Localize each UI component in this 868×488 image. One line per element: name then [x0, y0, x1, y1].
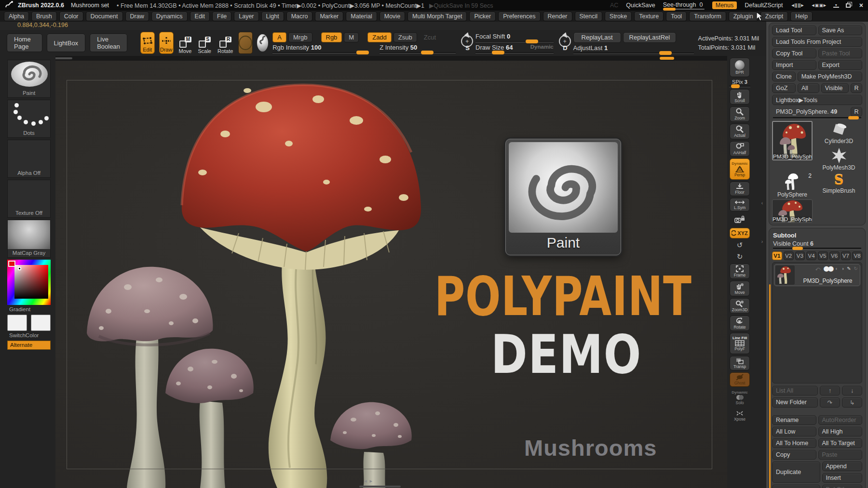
subtool-mask-icon[interactable]: ◑ — [841, 266, 844, 271]
auto-reorder-button[interactable]: AutoReorder — [818, 415, 863, 425]
tab-v1[interactable]: V1 — [772, 251, 782, 260]
zadd-toggle[interactable]: Zadd — [367, 32, 392, 42]
append-button[interactable]: Append — [822, 462, 863, 471]
menu-alpha[interactable]: Alpha — [4, 12, 29, 21]
main-color-swatch[interactable] — [7, 315, 27, 331]
tab-v2[interactable]: V2 — [784, 251, 794, 260]
stroke-type-button[interactable]: + S — [460, 33, 471, 53]
active-tool-slider-handle[interactable] — [848, 116, 859, 119]
tab-v7[interactable]: V7 — [841, 251, 851, 260]
scroll-handle[interactable] — [660, 57, 674, 60]
move-up-button[interactable]: ↑ — [820, 386, 840, 396]
move-button[interactable]: M Move — [178, 32, 193, 54]
scale-button[interactable]: S Scale — [197, 32, 212, 54]
zoom-button[interactable]: Zoom — [730, 106, 750, 122]
tool-thumb-selected[interactable]: PM3D_PolySpher — [772, 121, 813, 160]
menu-macro[interactable]: Macro — [286, 12, 313, 21]
goz-button[interactable]: GoZ — [772, 83, 796, 93]
clone-button[interactable]: Clone — [772, 72, 796, 81]
bpr-button[interactable]: BPR — [730, 58, 750, 77]
actual-button[interactable]: Actual — [730, 124, 750, 139]
z-intensity-slider[interactable]: Z Intensity 50 — [380, 44, 456, 53]
goz-visible-button[interactable]: Visible — [821, 83, 849, 93]
quicksave-button[interactable]: QuickSave — [626, 2, 655, 9]
subtool-eye-icon[interactable]: ⬤⬤ — [824, 265, 833, 272]
gradient-label[interactable]: Gradient — [7, 306, 55, 314]
spin-z-icon[interactable]: ↻ — [730, 252, 750, 262]
dynamic-size-label[interactable]: Dynamic — [530, 44, 554, 51]
import-button[interactable]: Import — [772, 60, 816, 70]
menu-texture[interactable]: Texture — [634, 12, 664, 21]
menu-picker[interactable]: Picker — [469, 12, 496, 21]
save-as-button[interactable]: Save As — [818, 26, 863, 35]
stroke-selector[interactable]: Dots — [7, 100, 51, 138]
canvas-scrollbar[interactable] — [359, 486, 401, 488]
insert-button[interactable]: Insert — [822, 473, 863, 483]
shelf-collapse-icon[interactable]: ‹ — [761, 200, 763, 206]
move-view-button[interactable]: Move — [730, 281, 750, 296]
menu-brush[interactable]: Brush — [31, 12, 57, 21]
polyframe-button[interactable]: Line Fill PolyF — [730, 333, 750, 354]
menu-help[interactable]: Help — [790, 12, 813, 21]
all-high-button[interactable]: All High — [818, 427, 863, 436]
active-tool-slider[interactable] — [773, 117, 861, 119]
document-canvas[interactable]: Paint POLYPAINT DEMO Mushrooms ◂▸ — [55, 61, 727, 488]
default-zscript-button[interactable]: DefaultZScript — [745, 2, 783, 9]
new-folder-button[interactable]: New Folder — [772, 397, 818, 408]
visible-count-slider[interactable]: Visible Count 6 — [772, 240, 862, 247]
floor-button[interactable]: Floor — [730, 182, 750, 196]
color-picker[interactable] — [7, 260, 51, 305]
rotate-button[interactable]: R Rotate — [217, 32, 234, 54]
tool-thumb-cylinder3d[interactable]: Cylinder3D — [815, 121, 862, 145]
all-to-home-button[interactable]: All To Home — [772, 438, 816, 448]
copy-subtool-button[interactable]: Copy — [772, 450, 816, 460]
paste-subtool-button[interactable]: Paste — [818, 450, 863, 460]
curve-mode-button[interactable]: + D — [558, 33, 569, 53]
visible-count-track[interactable] — [773, 248, 861, 250]
menu-tool[interactable]: Tool — [666, 12, 687, 21]
lightbox-button[interactable]: LightBox — [47, 34, 86, 52]
replay-last-rel-button[interactable]: ReplayLastRel — [623, 32, 677, 43]
brush-selector[interactable]: Paint — [7, 60, 51, 98]
menu-light[interactable]: Light — [261, 12, 284, 21]
visible-count-handle[interactable] — [792, 247, 803, 250]
rgb-toggle[interactable]: Rgb — [321, 32, 342, 42]
load-tool-button[interactable]: Load Tool — [772, 26, 816, 35]
draw-size-slider[interactable]: Draw Size 64Dynamic — [475, 44, 554, 53]
menus-button[interactable]: Menus — [712, 1, 737, 9]
menu-stroke[interactable]: Stroke — [605, 12, 632, 21]
spix-handle[interactable] — [731, 84, 740, 88]
move-down-button[interactable]: ↓ — [842, 386, 862, 396]
persp-button[interactable]: Dynamic Persp — [730, 158, 750, 180]
load-tools-from-project-button[interactable]: Load Tools From Project — [772, 37, 862, 47]
tab-v3[interactable]: V3 — [795, 251, 805, 260]
menu-movie[interactable]: Movie — [380, 12, 405, 21]
menu-document[interactable]: Document — [86, 12, 123, 21]
adjust-last-slider[interactable]: AdjustLast 1 — [573, 44, 694, 54]
m-toggle[interactable]: M — [344, 32, 359, 42]
xyz-button[interactable]: XYZ — [730, 228, 750, 238]
camera-lock-button[interactable] — [730, 213, 750, 226]
home-page-button[interactable]: Home Page — [7, 34, 42, 52]
menu-file[interactable]: File — [212, 12, 231, 21]
move-into-icon[interactable]: ↳ — [842, 397, 862, 408]
scroll-button[interactable]: Scroll — [730, 89, 750, 105]
tool-thumb-polymesh3d[interactable]: PolyMesh3D — [815, 146, 862, 171]
subtool-brush-icon[interactable]: ✎ — [847, 266, 851, 271]
tab-v4[interactable]: V4 — [806, 251, 816, 260]
replay-last-button[interactable]: ReplayLast — [573, 32, 621, 43]
tab-v8[interactable]: V8 — [852, 251, 862, 260]
goz-r-button[interactable]: R — [851, 83, 862, 93]
list-all-button[interactable]: List All — [772, 386, 818, 396]
menu-zscript[interactable]: Zscript — [760, 12, 788, 21]
delete-button[interactable]: Delete — [772, 485, 820, 488]
transparency-button[interactable]: Transp — [730, 356, 750, 370]
mrgb-toggle[interactable]: Mrgb — [288, 32, 312, 42]
subtool-arrow-icon[interactable]: ⤺ — [815, 266, 821, 272]
restore-icon[interactable] — [846, 3, 851, 8]
undo-history-icon[interactable]: ◄|||| ||||► — [790, 3, 804, 8]
menu-material[interactable]: Material — [346, 12, 377, 21]
adjust-last-handle[interactable] — [659, 51, 672, 55]
menu-zplugin[interactable]: Zplugin — [729, 12, 758, 21]
menu-edit[interactable]: Edit — [190, 12, 210, 21]
